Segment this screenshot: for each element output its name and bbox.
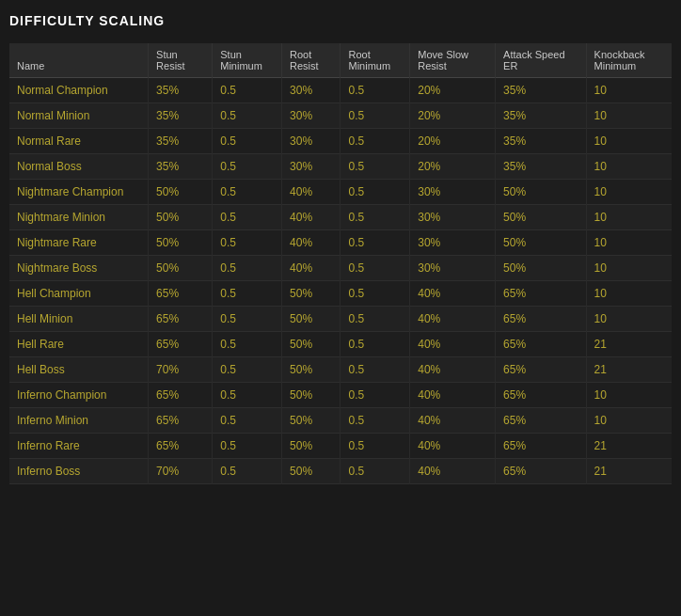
table-row: Inferno Minion65%0.550%0.540%65%10	[9, 408, 672, 434]
cell-rootresist: 40%	[282, 205, 340, 230]
col-header-knockback: KnockbackMinimum	[586, 43, 672, 78]
cell-name: Hell Rare	[9, 332, 149, 357]
table-row: Normal Minion35%0.530%0.520%35%10	[9, 103, 672, 129]
col-header-name: Name	[9, 43, 149, 78]
cell-rootminimum: 0.5	[340, 408, 410, 434]
cell-stunresist: 35%	[149, 78, 213, 103]
cell-stunminimum: 0.5	[213, 103, 282, 129]
cell-knockbackminimum: 10	[586, 230, 672, 256]
col-header-stun-resist: StunResist	[149, 43, 213, 78]
cell-name: Normal Boss	[9, 154, 149, 180]
cell-knockbackminimum: 10	[586, 154, 672, 180]
cell-moveslowresist: 30%	[410, 180, 496, 205]
col-header-stun-minimum: StunMinimum	[213, 43, 282, 78]
cell-name: Nightmare Champion	[9, 180, 149, 205]
cell-knockbackminimum: 10	[586, 408, 672, 434]
cell-knockbackminimum: 21	[586, 332, 672, 357]
cell-stunminimum: 0.5	[213, 230, 282, 256]
table-row: Normal Boss35%0.530%0.520%35%10	[9, 154, 672, 180]
cell-rootminimum: 0.5	[340, 230, 410, 256]
difficulty-scaling-table: Name StunResist StunMinimum RootResist R…	[9, 43, 672, 484]
cell-attackspeeder: 35%	[496, 129, 587, 154]
cell-rootminimum: 0.5	[340, 129, 410, 154]
cell-stunminimum: 0.5	[213, 129, 282, 154]
cell-rootminimum: 0.5	[340, 154, 410, 180]
cell-rootminimum: 0.5	[340, 180, 410, 205]
cell-name: Hell Minion	[9, 307, 149, 332]
cell-stunminimum: 0.5	[213, 281, 282, 307]
cell-moveslowresist: 40%	[410, 408, 496, 434]
cell-name: Normal Minion	[9, 103, 149, 129]
cell-rootminimum: 0.5	[340, 459, 410, 484]
cell-moveslowresist: 20%	[410, 78, 496, 103]
cell-rootresist: 50%	[282, 383, 340, 408]
table-row: Hell Boss70%0.550%0.540%65%21	[9, 357, 672, 383]
table-row: Normal Champion35%0.530%0.520%35%10	[9, 78, 672, 103]
col-header-move-slow: Move SlowResist	[410, 43, 496, 78]
cell-knockbackminimum: 10	[586, 307, 672, 332]
cell-name: Normal Champion	[9, 78, 149, 103]
table-row: Inferno Boss70%0.550%0.540%65%21	[9, 459, 672, 484]
col-header-attack-speed: Attack SpeedER	[496, 43, 587, 78]
cell-knockbackminimum: 10	[586, 256, 672, 281]
cell-name: Normal Rare	[9, 129, 149, 154]
cell-attackspeeder: 65%	[496, 281, 587, 307]
cell-rootminimum: 0.5	[340, 78, 410, 103]
cell-knockbackminimum: 21	[586, 357, 672, 383]
cell-stunresist: 65%	[149, 307, 213, 332]
cell-stunminimum: 0.5	[213, 459, 282, 484]
cell-rootresist: 50%	[282, 459, 340, 484]
cell-rootminimum: 0.5	[340, 434, 410, 459]
cell-attackspeeder: 65%	[496, 434, 587, 459]
cell-attackspeeder: 65%	[496, 357, 587, 383]
cell-moveslowresist: 40%	[410, 459, 496, 484]
cell-moveslowresist: 40%	[410, 434, 496, 459]
cell-knockbackminimum: 21	[586, 459, 672, 484]
cell-knockbackminimum: 10	[586, 78, 672, 103]
cell-rootminimum: 0.5	[340, 281, 410, 307]
table-row: Hell Minion65%0.550%0.540%65%10	[9, 307, 672, 332]
table-row: Hell Champion65%0.550%0.540%65%10	[9, 281, 672, 307]
table-row: Normal Rare35%0.530%0.520%35%10	[9, 129, 672, 154]
cell-knockbackminimum: 10	[586, 281, 672, 307]
cell-stunminimum: 0.5	[213, 205, 282, 230]
cell-rootminimum: 0.5	[340, 383, 410, 408]
cell-name: Hell Champion	[9, 281, 149, 307]
cell-stunminimum: 0.5	[213, 408, 282, 434]
cell-moveslowresist: 40%	[410, 357, 496, 383]
cell-stunminimum: 0.5	[213, 383, 282, 408]
cell-stunminimum: 0.5	[213, 78, 282, 103]
cell-stunminimum: 0.5	[213, 180, 282, 205]
cell-attackspeeder: 35%	[496, 103, 587, 129]
cell-moveslowresist: 20%	[410, 129, 496, 154]
cell-moveslowresist: 40%	[410, 332, 496, 357]
cell-stunresist: 70%	[149, 459, 213, 484]
cell-name: Inferno Minion	[9, 408, 149, 434]
cell-rootminimum: 0.5	[340, 357, 410, 383]
cell-moveslowresist: 40%	[410, 307, 496, 332]
col-header-root-minimum: RootMinimum	[340, 43, 410, 78]
cell-stunresist: 65%	[149, 281, 213, 307]
cell-name: Nightmare Boss	[9, 256, 149, 281]
cell-stunresist: 35%	[149, 129, 213, 154]
cell-knockbackminimum: 21	[586, 434, 672, 459]
cell-moveslowresist: 30%	[410, 256, 496, 281]
cell-attackspeeder: 35%	[496, 78, 587, 103]
cell-moveslowresist: 20%	[410, 154, 496, 180]
cell-attackspeeder: 65%	[496, 307, 587, 332]
table-row: Nightmare Champion50%0.540%0.530%50%10	[9, 180, 672, 205]
cell-rootresist: 30%	[282, 78, 340, 103]
table-row: Inferno Rare65%0.550%0.540%65%21	[9, 434, 672, 459]
table-row: Nightmare Rare50%0.540%0.530%50%10	[9, 230, 672, 256]
cell-stunresist: 65%	[149, 408, 213, 434]
cell-rootresist: 50%	[282, 357, 340, 383]
cell-stunresist: 50%	[149, 256, 213, 281]
cell-rootresist: 40%	[282, 256, 340, 281]
cell-stunminimum: 0.5	[213, 307, 282, 332]
cell-knockbackminimum: 10	[586, 103, 672, 129]
cell-stunminimum: 0.5	[213, 154, 282, 180]
cell-rootresist: 50%	[282, 281, 340, 307]
cell-rootminimum: 0.5	[340, 307, 410, 332]
table-header-row: Name StunResist StunMinimum RootResist R…	[9, 43, 672, 78]
col-header-root-resist: RootResist	[282, 43, 340, 78]
